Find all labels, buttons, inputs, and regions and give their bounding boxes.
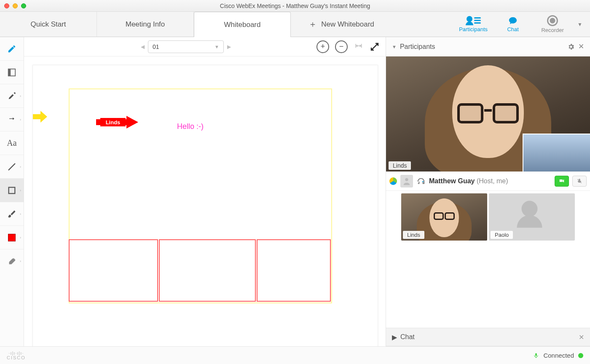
tool-pen[interactable] bbox=[0, 37, 24, 61]
window-title: Cisco WebEx Meetings - Matthew Guay's In… bbox=[0, 3, 590, 9]
tool-text[interactable]: Aa bbox=[0, 131, 24, 155]
panels-dropdown[interactable]: ▼ bbox=[577, 21, 582, 27]
toggle-label: Participants bbox=[459, 26, 488, 32]
canvas-wrap: ◀ 01 ▼ ▶ + − bbox=[24, 37, 386, 346]
chevron-down-icon: ▼ bbox=[215, 44, 219, 49]
tab-quick-start[interactable]: Quick Start bbox=[0, 12, 97, 37]
whiteboard-area: › › Aa › › bbox=[0, 37, 386, 346]
chat-panel-header[interactable]: ▶ Chat ✕ bbox=[386, 328, 590, 346]
chevron-right-icon: › bbox=[20, 236, 21, 240]
gear-icon bbox=[567, 43, 575, 51]
recorder-icon bbox=[547, 15, 558, 26]
annotation-red-rectangle[interactable] bbox=[159, 239, 256, 302]
main-tabstrip: Quick Start Meeting Info Whiteboard ＋ Ne… bbox=[0, 12, 590, 37]
camera-icon bbox=[558, 178, 566, 184]
tab-whiteboard[interactable]: Whiteboard bbox=[194, 12, 291, 37]
toggle-participants[interactable]: Participants bbox=[459, 16, 488, 32]
participant-thumbnails: Linds Paolo bbox=[386, 191, 590, 243]
participants-icon bbox=[466, 16, 481, 25]
page-select[interactable]: 01 ▼ bbox=[148, 40, 224, 53]
close-panel-button[interactable]: ✕ bbox=[579, 333, 584, 341]
tool-line[interactable]: › bbox=[0, 155, 24, 179]
tab-label: New Whiteboard bbox=[321, 20, 374, 29]
color-swatch-icon bbox=[7, 233, 16, 242]
text-icon: Aa bbox=[7, 139, 16, 148]
toggle-chat[interactable]: Chat bbox=[498, 16, 528, 32]
active-speaker-video[interactable]: Linds bbox=[386, 56, 590, 171]
expand-icon: ▶ bbox=[392, 333, 397, 341]
tab-meeting-info[interactable]: Meeting Info bbox=[97, 12, 194, 37]
whiteboard-canvas[interactable]: Linds Hello :-) bbox=[24, 56, 386, 346]
avatar bbox=[400, 175, 413, 187]
canvas-toolbar: ◀ 01 ▼ ▶ + − bbox=[24, 37, 386, 56]
camera-toggle-button[interactable] bbox=[555, 176, 569, 187]
annotation-arrow-label: Linds bbox=[100, 118, 126, 126]
headset-icon bbox=[416, 177, 426, 186]
main-area: › › Aa › › bbox=[0, 37, 590, 346]
webex-ball-icon bbox=[389, 177, 397, 185]
page-select-value: 01 bbox=[153, 43, 159, 50]
tab-label: Whiteboard bbox=[224, 21, 261, 29]
participant-thumbnail[interactable]: Paolo bbox=[489, 193, 575, 241]
side-panels: ▼ Participants ✕ Linds bbox=[386, 37, 590, 346]
connection-status-label: Connected bbox=[543, 352, 574, 359]
panel-title: Participants bbox=[400, 43, 435, 51]
toggle-recorder[interactable]: Recorder bbox=[538, 15, 567, 33]
whiteboard-page: Linds Hello :-) bbox=[32, 65, 378, 346]
arrow-icon bbox=[7, 115, 16, 124]
tab-label: Quick Start bbox=[30, 20, 66, 29]
fit-width-button[interactable] bbox=[354, 43, 364, 51]
participant-name: Matthew Guay (Host, me) bbox=[429, 177, 508, 185]
chevron-right-icon: › bbox=[20, 165, 21, 169]
annotation-red-rectangle[interactable] bbox=[257, 239, 331, 302]
mic-muted-icon bbox=[577, 177, 582, 185]
collapse-icon: ▼ bbox=[392, 44, 397, 49]
zoom-out-button[interactable]: − bbox=[335, 40, 348, 53]
thumbnail-label: Linds bbox=[403, 231, 424, 239]
close-icon: ✕ bbox=[579, 334, 584, 341]
thumbnail-label: Paolo bbox=[491, 231, 513, 239]
participant-host-row[interactable]: Matthew Guay (Host, me) bbox=[386, 171, 590, 191]
next-page-button[interactable]: ▶ bbox=[227, 44, 231, 50]
mic-status-icon[interactable] bbox=[533, 351, 539, 360]
mic-toggle-button[interactable] bbox=[572, 176, 587, 187]
participants-panel-header[interactable]: ▼ Participants ✕ bbox=[386, 37, 590, 56]
brush-icon bbox=[7, 209, 16, 219]
marker-icon bbox=[7, 91, 16, 101]
fullscreen-button[interactable] bbox=[370, 42, 380, 52]
drawing-toolbar: › › Aa › › bbox=[0, 37, 24, 346]
settings-button[interactable] bbox=[567, 43, 575, 51]
tool-shape[interactable]: › bbox=[0, 179, 24, 202]
rectangle-icon bbox=[7, 186, 16, 195]
tool-brush[interactable]: › bbox=[0, 202, 24, 226]
close-panel-button[interactable]: ✕ bbox=[578, 42, 584, 51]
annotation-red-rectangle[interactable] bbox=[69, 239, 158, 302]
svg-rect-1 bbox=[8, 69, 11, 76]
plus-icon: ＋ bbox=[308, 19, 317, 30]
zoom-in-button[interactable]: + bbox=[316, 40, 329, 53]
panel-toggles: Participants Chat Recorder ▼ bbox=[451, 12, 590, 37]
eraser-icon bbox=[7, 257, 16, 266]
svg-rect-3 bbox=[9, 187, 15, 193]
page-pager: ◀ 01 ▼ ▶ bbox=[141, 40, 231, 53]
tool-arrow[interactable]: › bbox=[0, 108, 24, 131]
self-view-pip[interactable] bbox=[523, 134, 590, 171]
prev-page-button[interactable]: ◀ bbox=[141, 44, 145, 50]
annotation-yellow-arrow[interactable] bbox=[33, 111, 47, 123]
chevron-right-icon: › bbox=[20, 94, 21, 98]
chevron-right-icon: › bbox=[20, 118, 21, 122]
tool-color[interactable]: › bbox=[0, 226, 24, 249]
tool-eraser[interactable]: › bbox=[0, 249, 24, 273]
svg-point-5 bbox=[422, 181, 424, 182]
tool-marker[interactable]: › bbox=[0, 84, 24, 108]
tab-new-whiteboard[interactable]: ＋ New Whiteboard bbox=[291, 12, 392, 37]
participant-thumbnail[interactable]: Linds bbox=[401, 193, 487, 241]
toggle-label: Recorder bbox=[541, 27, 563, 33]
titlebar: Cisco WebEx Meetings - Matthew Guay's In… bbox=[0, 0, 590, 12]
panel-title: Chat bbox=[400, 333, 415, 341]
chevron-right-icon: › bbox=[20, 212, 21, 216]
tool-layout[interactable] bbox=[0, 61, 24, 84]
annotation-text[interactable]: Hello :-) bbox=[177, 122, 204, 131]
video-label: Linds bbox=[389, 161, 411, 170]
tab-label: Meeting Info bbox=[126, 20, 165, 29]
